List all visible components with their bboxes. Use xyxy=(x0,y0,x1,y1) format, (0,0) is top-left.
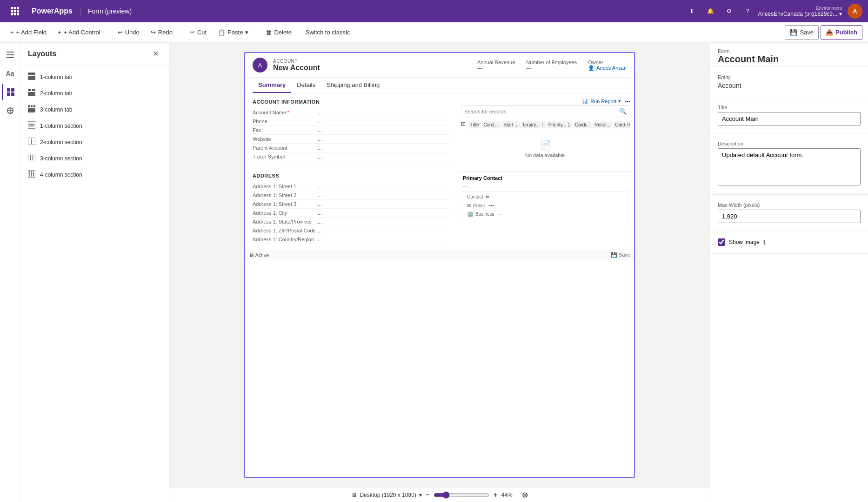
field-label: Website xyxy=(253,136,318,142)
field-value: ... xyxy=(318,201,322,207)
field-city: Address 1: City ... xyxy=(253,209,449,218)
grid-more-icon[interactable]: ••• xyxy=(625,99,630,104)
tab-summary[interactable]: Summary xyxy=(253,78,291,93)
field-ticker-symbol: Ticker Symbol ... xyxy=(253,152,449,161)
field-value: ... xyxy=(318,228,322,233)
separator-1 xyxy=(109,27,109,38)
help-icon[interactable]: ? xyxy=(739,3,756,20)
desktop-selector[interactable]: 🖥 Desktop (1920 x 1080) ▾ xyxy=(351,492,421,498)
field-label: Address 1: ZIP/Postal Code xyxy=(253,228,318,233)
field-value: ... xyxy=(318,219,322,225)
right-panel-type: Form xyxy=(718,48,861,54)
layout-item-3col-section[interactable]: 3-column section xyxy=(20,150,169,166)
field-label: Account Name* xyxy=(253,110,318,115)
business-value: --- xyxy=(498,211,504,217)
add-field-button[interactable]: + + Add Field xyxy=(6,25,51,40)
col-title[interactable]: Title xyxy=(468,121,481,128)
svg-rect-30 xyxy=(29,126,34,126)
tab-details[interactable]: Details xyxy=(291,78,321,93)
rp-title-input[interactable] xyxy=(718,112,861,126)
subgrid-no-data: 📄 No data available. xyxy=(461,130,630,167)
avatar[interactable]: A xyxy=(848,4,862,19)
rp-show-image-checkbox[interactable] xyxy=(718,238,725,246)
rp-show-image-info-icon[interactable]: ℹ xyxy=(763,239,766,246)
layout-item-2col-section[interactable]: 2-column section xyxy=(20,134,169,150)
layout-item-1col-section[interactable]: 1-column section xyxy=(20,118,169,134)
form-left-column: ACCOUNT INFORMATION Account Name* ... Ph… xyxy=(245,93,457,250)
col-card[interactable]: Card ... xyxy=(482,121,501,128)
layout-item-1col-tab[interactable]: 1-column tab xyxy=(20,69,169,85)
rp-title-label: Title xyxy=(718,105,861,110)
add-control-button[interactable]: + + Add Control xyxy=(53,25,105,40)
svg-rect-28 xyxy=(28,121,35,129)
left-icon-sidebar: Aa xyxy=(0,43,20,502)
rp-description-label: Description xyxy=(718,141,861,146)
zoom-slider[interactable] xyxy=(434,491,489,499)
layout-item-2col-tab[interactable]: 2-column tab xyxy=(20,85,169,101)
footer-status: 🖥 Active xyxy=(249,252,269,258)
svg-rect-14 xyxy=(7,92,10,96)
sidebar-components-icon[interactable] xyxy=(2,102,19,119)
run-report-button[interactable]: 📊 Run Report ▾ ••• xyxy=(582,98,630,104)
col-card-type[interactable]: Card Type xyxy=(613,121,630,128)
footer-save-btn[interactable]: 💾 Save xyxy=(611,252,630,258)
footer-status-icon: 🖥 xyxy=(249,252,254,258)
layout-item-3col-tab[interactable]: 3-column tab xyxy=(20,101,169,118)
rp-show-image-row: Show image ℹ xyxy=(718,238,861,246)
paste-button[interactable]: 📋 Paste ▾ xyxy=(213,25,253,40)
undo-button[interactable]: ↩ Undo xyxy=(113,25,144,40)
subgrid-search-bar: 🔍 xyxy=(461,106,630,117)
desktop-label: Desktop (1920 x 1080) xyxy=(360,492,416,498)
page-title: Form (preview) xyxy=(80,7,683,15)
settings-icon[interactable]: ⚙ xyxy=(721,3,737,20)
tab-shipping-billing[interactable]: Shipping and Billing xyxy=(321,78,385,93)
sidebar-menu-icon[interactable] xyxy=(2,46,19,63)
zoom-in-button[interactable]: + xyxy=(493,491,497,499)
zoom-controls: − + 44% ⊕ xyxy=(426,490,528,499)
subgrid-search-input[interactable] xyxy=(461,107,616,116)
col-expiry[interactable]: Expiry... T xyxy=(521,121,546,128)
subgrid-search-button[interactable]: 🔍 xyxy=(616,106,630,117)
email-type-label: Email xyxy=(473,203,485,208)
field-fax: Fax ... xyxy=(253,126,449,135)
rp-max-width-input[interactable] xyxy=(718,210,861,223)
delete-button[interactable]: 🗑 Delete xyxy=(261,25,296,40)
layouts-panel-close-button[interactable]: ✕ xyxy=(150,48,161,59)
switch-classic-button[interactable]: Switch to classic xyxy=(302,27,354,38)
address-title: ADDRESS xyxy=(253,173,449,178)
svg-rect-3 xyxy=(11,10,13,13)
layout-icon xyxy=(28,73,35,81)
col-cardi[interactable]: Cardi... xyxy=(573,121,592,128)
cut-button[interactable]: ✂ Cut xyxy=(185,25,211,40)
col-recor[interactable]: Recor... xyxy=(593,121,612,128)
app-name: PowerApps xyxy=(24,7,80,15)
canvas-inner: A ACCOUNT New Account Annual Revenue ---… xyxy=(169,43,710,487)
redo-button[interactable]: ↪ Redo xyxy=(146,25,177,40)
fit-to-screen-button[interactable]: ⊕ xyxy=(522,490,528,499)
layout-icon xyxy=(28,154,35,163)
save-button[interactable]: 💾 Save xyxy=(785,25,819,40)
layout-icon xyxy=(28,89,35,98)
rp-description-input[interactable]: Updated default Account form. xyxy=(718,148,861,185)
waffle-menu-icon[interactable] xyxy=(6,0,24,22)
sidebar-text-icon[interactable]: Aa xyxy=(2,65,19,82)
add-control-label: + Add Control xyxy=(64,29,100,36)
owner-link[interactable]: Anees Ansari xyxy=(596,65,627,71)
layout-item-4col-section[interactable]: 4-column section xyxy=(20,166,169,183)
col-priority[interactable]: Priority... 1 xyxy=(547,121,572,128)
download-icon[interactable]: ⬇ xyxy=(683,3,700,20)
svg-rect-4 xyxy=(14,10,16,13)
col-start[interactable]: Start ... xyxy=(501,121,520,128)
sidebar-layouts-icon[interactable] xyxy=(2,84,19,100)
footer-save-text: Save xyxy=(619,252,630,258)
contact-edit-icon[interactable]: ✏ xyxy=(486,194,489,199)
environment-selector[interactable]: Environment AneesEnvCanada (org1829c9...… xyxy=(758,6,842,17)
field-country: Address 1: Country/Region ... xyxy=(253,235,449,244)
layouts-panel: Layouts ✕ 1-column tab 2-column tab xyxy=(20,43,169,502)
zoom-out-button[interactable]: − xyxy=(426,491,430,499)
field-label: Address 1: Street 2 xyxy=(253,192,318,198)
publish-button[interactable]: 📤 Publish xyxy=(821,25,862,40)
notification-icon[interactable]: 🔔 xyxy=(702,3,719,20)
employees-label: Number of Employees xyxy=(526,59,577,65)
field-label: Parent Account xyxy=(253,145,318,151)
